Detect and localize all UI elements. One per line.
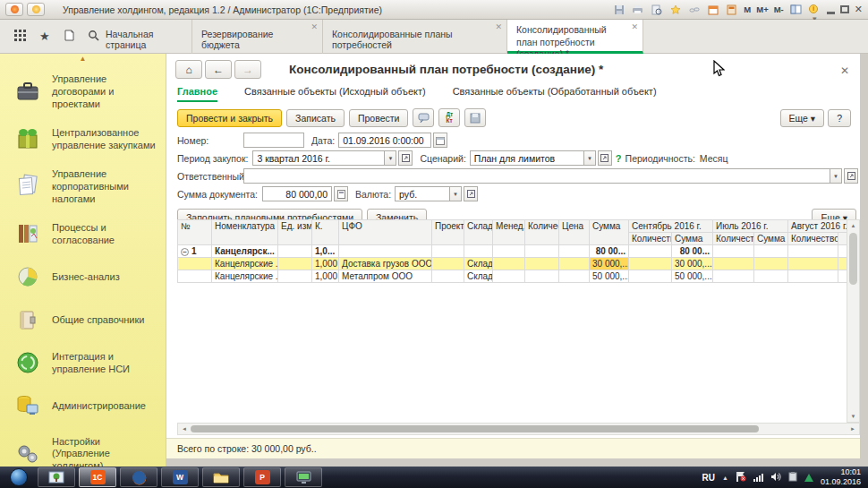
add-favorite-star-icon[interactable] xyxy=(668,4,682,16)
col-group-august[interactable]: Август 2016 г. xyxy=(788,220,847,233)
tab-main[interactable]: Главное xyxy=(177,86,217,102)
grid-cell[interactable] xyxy=(559,270,590,283)
app-system-menu-button[interactable] xyxy=(5,3,23,16)
grid-cell[interactable] xyxy=(754,270,788,283)
col-k[interactable]: К. xyxy=(312,220,339,245)
more-button[interactable]: Еще ▾ xyxy=(780,109,825,127)
grid-cell[interactable]: Канцелярские ... xyxy=(212,270,278,283)
scroll-down-icon[interactable]: ▼ xyxy=(847,414,859,419)
col-jul-sum[interactable]: Сумма xyxy=(754,233,788,245)
grid-cell[interactable] xyxy=(493,258,525,270)
dropdown-icon[interactable]: ▼ xyxy=(830,168,842,184)
calc-m-minus-button[interactable]: M- xyxy=(774,4,784,14)
scenario-help-icon[interactable]: ? xyxy=(616,153,622,164)
start-button[interactable] xyxy=(10,468,28,486)
taskbar-1c-button[interactable]: 1С xyxy=(79,467,116,487)
col-quantity[interactable]: Количес... xyxy=(525,220,559,245)
sidebar-item-processes-approval[interactable]: Процессы и согласование xyxy=(0,221,166,249)
grid-row-selected[interactable]: Канцелярские ... 1,000 Доставка грузов О… xyxy=(178,258,847,270)
close-tab-icon[interactable]: ✕ xyxy=(495,22,502,31)
date-input[interactable]: 01.09.2016 0:00:00 xyxy=(338,133,431,148)
number-input[interactable] xyxy=(243,133,304,148)
sidebar-item-administration[interactable]: Администрирование xyxy=(0,393,166,421)
grid-cell[interactable] xyxy=(278,258,312,270)
vertical-scrollbar[interactable]: ▲ ▼ xyxy=(847,219,860,423)
responsible-input[interactable] xyxy=(243,168,830,184)
grid-cell[interactable] xyxy=(629,270,672,283)
scroll-right-icon[interactable]: ► xyxy=(850,426,855,432)
open-link-icon[interactable] xyxy=(398,150,413,166)
dropdown-icon[interactable]: ▼ xyxy=(385,150,396,166)
favorites-star-icon[interactable]: ★ xyxy=(39,30,50,43)
col-sep-sum[interactable]: Сумма xyxy=(672,233,713,245)
post-and-close-button[interactable]: Провести и закрыть xyxy=(177,109,282,127)
close-tab-icon[interactable]: ✕ xyxy=(311,22,318,31)
grid-cell[interactable] xyxy=(754,258,788,270)
grid-cell[interactable]: 80 00... xyxy=(672,245,713,258)
grid-cell[interactable] xyxy=(525,245,559,258)
grid-cell[interactable]: Канцелярские ... xyxy=(212,258,278,270)
open-link-icon[interactable] xyxy=(598,150,612,166)
taskbar-remote-desktop-button[interactable] xyxy=(285,467,322,487)
calculator-icon[interactable] xyxy=(725,4,738,16)
grid-cell[interactable]: Металпром ООО xyxy=(339,270,432,283)
home-button[interactable]: ⌂ xyxy=(175,60,202,79)
grid-cell[interactable] xyxy=(629,258,672,270)
collapse-icon[interactable]: − xyxy=(181,248,189,256)
horizontal-scrollbar[interactable]: ◄ ► xyxy=(177,423,860,435)
taskbar-config-app-button[interactable] xyxy=(38,467,75,487)
col-aug-qty[interactable]: Количество xyxy=(788,233,838,245)
grid-cell[interactable]: 50 000,... xyxy=(672,270,713,283)
tab-budget-reservation[interactable]: Резервирование бюджета ✕ xyxy=(192,20,323,54)
grid-cell[interactable]: 1,000 xyxy=(312,258,339,270)
grid-cell[interactable] xyxy=(838,245,847,258)
split-window-icon[interactable] xyxy=(789,4,803,16)
print-icon[interactable] xyxy=(631,4,644,16)
tray-expand-icon[interactable]: ▲ xyxy=(722,475,728,481)
grid-cell[interactable] xyxy=(629,245,672,258)
related-documents-icon[interactable] xyxy=(464,108,486,127)
grid-cell[interactable]: Склад... xyxy=(464,270,493,283)
dtkt-postings-icon[interactable]: ДтКт xyxy=(438,108,460,127)
grid-cell[interactable] xyxy=(525,258,559,270)
close-tab-icon[interactable]: ✕ xyxy=(631,22,638,31)
grid-cell[interactable] xyxy=(788,245,838,258)
tray-clock[interactable]: 10:01 01.09.2016 xyxy=(821,467,861,487)
grid-cell[interactable] xyxy=(713,245,754,258)
grid-cell-sum[interactable]: 80 00... xyxy=(590,245,629,258)
col-group-september[interactable]: Сентябрь 2016 г. xyxy=(629,220,713,233)
col-sum[interactable]: Сумма xyxy=(590,220,629,245)
taskbar-powerpoint-button[interactable]: P xyxy=(243,467,281,487)
volume-icon[interactable] xyxy=(770,472,781,484)
sidebar-item-common-catalogs[interactable]: Общие справочники xyxy=(0,307,166,335)
post-button[interactable]: Провести xyxy=(349,109,408,127)
grid-cell-number[interactable]: −1 xyxy=(178,245,212,258)
sidebar-item-integration-nsi[interactable]: Интеграция и управление НСИ xyxy=(0,350,166,378)
col-cfo[interactable]: ЦФО xyxy=(339,220,432,245)
grid-cell[interactable] xyxy=(713,258,754,270)
taskbar-explorer-button[interactable] xyxy=(202,467,240,487)
close-form-icon[interactable]: ✕ xyxy=(840,64,849,77)
grid-cell[interactable] xyxy=(493,270,525,283)
scrollbar-thumb[interactable] xyxy=(849,233,857,285)
help-button[interactable]: ? xyxy=(828,109,851,127)
grid-cell[interactable] xyxy=(432,270,464,283)
grid-cell-selected[interactable]: 30 000,... xyxy=(590,258,629,270)
main-menu-button[interactable] xyxy=(27,3,45,16)
menu-grid-icon[interactable] xyxy=(14,30,26,43)
minimize-button[interactable] xyxy=(827,12,835,14)
grid-cell[interactable] xyxy=(838,270,847,283)
grid-cell[interactable] xyxy=(432,258,464,270)
scroll-left-icon[interactable]: ◄ xyxy=(182,426,187,432)
scroll-up-icon[interactable]: ▲ xyxy=(847,223,859,228)
open-link-icon[interactable] xyxy=(844,168,858,184)
grid-cell[interactable]: 1,0... xyxy=(312,245,339,258)
col-price[interactable]: Цена xyxy=(559,220,590,245)
col-manager[interactable]: Менед... xyxy=(493,220,525,245)
col-jul-qty[interactable]: Количество xyxy=(713,233,754,245)
tab-home[interactable]: Начальная страница xyxy=(97,20,192,54)
grid-cell[interactable] xyxy=(559,245,590,258)
calendar-icon[interactable] xyxy=(706,4,719,16)
sidebar-item-centralized-procurement[interactable]: Централизованное управление закупками xyxy=(0,125,166,153)
col-unit[interactable]: Ед. изм. xyxy=(278,220,312,245)
